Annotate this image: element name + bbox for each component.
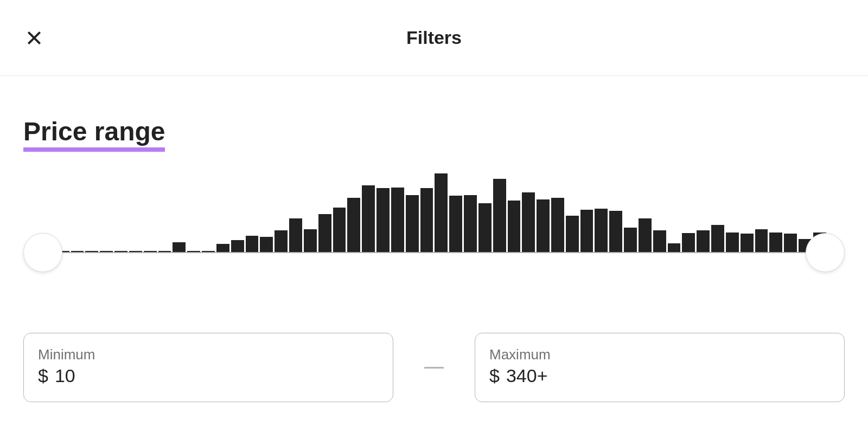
histogram-bar — [595, 209, 608, 252]
histogram-bar — [741, 234, 754, 252]
histogram-bar — [289, 218, 302, 252]
histogram-bar — [216, 244, 229, 252]
histogram-bar — [551, 198, 564, 252]
currency-symbol: $ — [489, 365, 500, 386]
histogram-bar — [246, 236, 259, 252]
histogram-bar — [682, 233, 695, 252]
histogram-bar — [231, 240, 244, 252]
histogram-bar — [609, 211, 622, 252]
histogram-bar — [260, 237, 273, 252]
histogram-bar — [580, 210, 593, 252]
histogram-bar — [275, 230, 288, 252]
min-price-label: Minimum — [38, 346, 379, 363]
histogram-bar — [449, 196, 462, 252]
price-inputs-row: Minimum $ 10 Maximum $ 340+ — [23, 333, 845, 402]
histogram-bar — [697, 230, 710, 252]
histogram-bar — [508, 201, 521, 252]
histogram-bar — [304, 229, 317, 252]
histogram-bar — [391, 188, 404, 252]
histogram-bar — [726, 233, 739, 252]
range-separator — [393, 367, 475, 369]
histogram-bar — [769, 233, 782, 252]
histogram-bar — [566, 216, 579, 252]
histogram-bar — [711, 225, 724, 252]
currency-symbol: $ — [38, 365, 48, 386]
dash-icon — [424, 367, 444, 369]
histogram-bar — [435, 173, 448, 252]
min-price-value-row: $ 10 — [38, 365, 379, 386]
max-price-box[interactable]: Maximum $ 340+ — [475, 333, 845, 402]
histogram-bar — [478, 203, 492, 252]
price-histogram — [23, 173, 845, 252]
close-button[interactable] — [23, 27, 45, 49]
price-range-heading: Price range — [23, 117, 165, 151]
histogram-bar — [653, 230, 666, 252]
min-price-value[interactable]: 10 — [55, 365, 379, 386]
histogram-bar — [362, 185, 375, 252]
histogram-bar — [333, 208, 346, 252]
price-histogram-slider — [23, 173, 845, 282]
histogram-bar — [755, 229, 768, 252]
histogram-bar — [537, 199, 550, 252]
min-price-box[interactable]: Minimum $ 10 — [23, 333, 393, 402]
histogram-bar — [668, 243, 681, 252]
modal-title: Filters — [406, 27, 462, 48]
histogram-bar — [464, 195, 477, 252]
max-price-label: Maximum — [489, 346, 830, 363]
slider-handle-min[interactable] — [23, 233, 62, 272]
histogram-bar — [639, 218, 652, 252]
close-icon — [25, 29, 43, 47]
histogram-bar — [493, 179, 506, 252]
filters-content: Price range Minimum $ 10 Maximum $ 340+ — [0, 76, 868, 402]
histogram-bar — [376, 188, 390, 252]
histogram-bar — [318, 214, 331, 252]
histogram-bar — [624, 228, 637, 252]
histogram-bar — [420, 188, 433, 252]
histogram-bar — [784, 234, 797, 252]
max-price-value[interactable]: 340+ — [506, 365, 830, 386]
slider-track[interactable] — [42, 252, 826, 253]
histogram-bar — [347, 198, 360, 252]
histogram-bar — [406, 195, 419, 252]
slider-handle-max[interactable] — [806, 233, 845, 272]
histogram-bar — [173, 242, 186, 252]
histogram-bar — [522, 192, 535, 252]
modal-header: Filters — [0, 0, 868, 76]
max-price-value-row: $ 340+ — [489, 365, 830, 386]
